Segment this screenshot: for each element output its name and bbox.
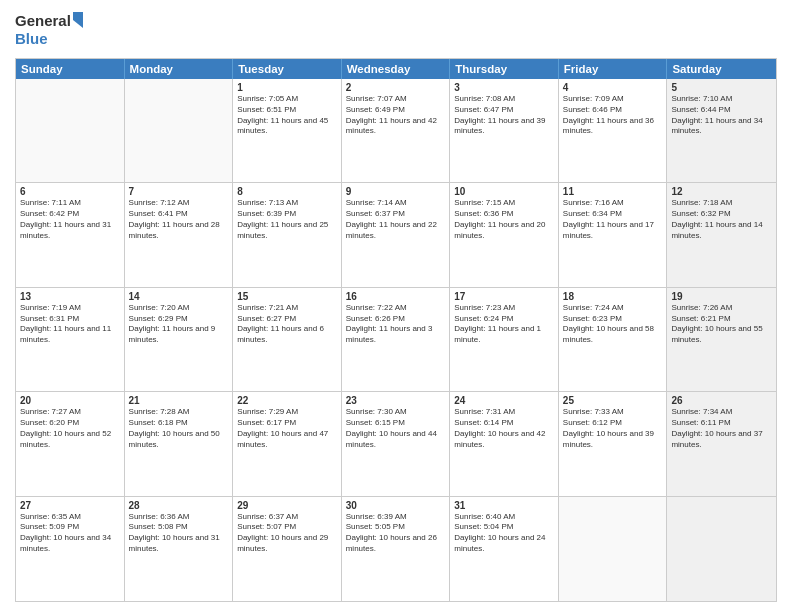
day-number-3: 3: [454, 82, 554, 93]
day-info-4: Sunrise: 7:09 AMSunset: 6:46 PMDaylight:…: [563, 94, 663, 137]
day-number-26: 26: [671, 395, 772, 406]
day-info-24: Sunrise: 7:31 AMSunset: 6:14 PMDaylight:…: [454, 407, 554, 450]
calendar-cell-3-2: 22Sunrise: 7:29 AMSunset: 6:17 PMDayligh…: [233, 392, 342, 495]
calendar-cell-3-6: 26Sunrise: 7:34 AMSunset: 6:11 PMDayligh…: [667, 392, 776, 495]
calendar-cell-2-3: 16Sunrise: 7:22 AMSunset: 6:26 PMDayligh…: [342, 288, 451, 391]
day-number-5: 5: [671, 82, 772, 93]
day-number-13: 13: [20, 291, 120, 302]
header: General Blue: [15, 10, 777, 52]
calendar-cell-2-0: 13Sunrise: 7:19 AMSunset: 6:31 PMDayligh…: [16, 288, 125, 391]
day-number-23: 23: [346, 395, 446, 406]
day-info-6: Sunrise: 7:11 AMSunset: 6:42 PMDaylight:…: [20, 198, 120, 241]
day-info-26: Sunrise: 7:34 AMSunset: 6:11 PMDaylight:…: [671, 407, 772, 450]
day-info-23: Sunrise: 7:30 AMSunset: 6:15 PMDaylight:…: [346, 407, 446, 450]
day-info-10: Sunrise: 7:15 AMSunset: 6:36 PMDaylight:…: [454, 198, 554, 241]
day-number-25: 25: [563, 395, 663, 406]
calendar-cell-2-2: 15Sunrise: 7:21 AMSunset: 6:27 PMDayligh…: [233, 288, 342, 391]
calendar-cell-4-6: [667, 497, 776, 601]
day-number-17: 17: [454, 291, 554, 302]
day-info-17: Sunrise: 7:23 AMSunset: 6:24 PMDaylight:…: [454, 303, 554, 346]
calendar-row-1: 6Sunrise: 7:11 AMSunset: 6:42 PMDaylight…: [16, 183, 776, 287]
day-info-9: Sunrise: 7:14 AMSunset: 6:37 PMDaylight:…: [346, 198, 446, 241]
day-info-11: Sunrise: 7:16 AMSunset: 6:34 PMDaylight:…: [563, 198, 663, 241]
calendar-cell-2-5: 18Sunrise: 7:24 AMSunset: 6:23 PMDayligh…: [559, 288, 668, 391]
header-sunday: Sunday: [16, 59, 125, 79]
day-number-14: 14: [129, 291, 229, 302]
calendar: SundayMondayTuesdayWednesdayThursdayFrid…: [15, 58, 777, 602]
day-info-12: Sunrise: 7:18 AMSunset: 6:32 PMDaylight:…: [671, 198, 772, 241]
day-number-15: 15: [237, 291, 337, 302]
day-number-21: 21: [129, 395, 229, 406]
calendar-cell-3-5: 25Sunrise: 7:33 AMSunset: 6:12 PMDayligh…: [559, 392, 668, 495]
calendar-cell-1-6: 12Sunrise: 7:18 AMSunset: 6:32 PMDayligh…: [667, 183, 776, 286]
calendar-cell-0-0: [16, 79, 125, 182]
day-info-13: Sunrise: 7:19 AMSunset: 6:31 PMDaylight:…: [20, 303, 120, 346]
logo: General Blue: [15, 10, 85, 52]
calendar-cell-4-1: 28Sunrise: 6:36 AMSunset: 5:08 PMDayligh…: [125, 497, 234, 601]
day-number-7: 7: [129, 186, 229, 197]
day-info-31: Sunrise: 6:40 AMSunset: 5:04 PMDaylight:…: [454, 512, 554, 555]
day-info-27: Sunrise: 6:35 AMSunset: 5:09 PMDaylight:…: [20, 512, 120, 555]
day-number-19: 19: [671, 291, 772, 302]
calendar-cell-1-5: 11Sunrise: 7:16 AMSunset: 6:34 PMDayligh…: [559, 183, 668, 286]
calendar-cell-3-3: 23Sunrise: 7:30 AMSunset: 6:15 PMDayligh…: [342, 392, 451, 495]
day-info-20: Sunrise: 7:27 AMSunset: 6:20 PMDaylight:…: [20, 407, 120, 450]
svg-text:General: General: [15, 12, 71, 29]
day-info-14: Sunrise: 7:20 AMSunset: 6:29 PMDaylight:…: [129, 303, 229, 346]
logo-svg: General Blue: [15, 10, 85, 52]
header-saturday: Saturday: [667, 59, 776, 79]
calendar-cell-3-4: 24Sunrise: 7:31 AMSunset: 6:14 PMDayligh…: [450, 392, 559, 495]
day-number-18: 18: [563, 291, 663, 302]
calendar-cell-3-1: 21Sunrise: 7:28 AMSunset: 6:18 PMDayligh…: [125, 392, 234, 495]
day-info-25: Sunrise: 7:33 AMSunset: 6:12 PMDaylight:…: [563, 407, 663, 450]
day-number-24: 24: [454, 395, 554, 406]
calendar-cell-4-4: 31Sunrise: 6:40 AMSunset: 5:04 PMDayligh…: [450, 497, 559, 601]
calendar-cell-1-3: 9Sunrise: 7:14 AMSunset: 6:37 PMDaylight…: [342, 183, 451, 286]
day-number-11: 11: [563, 186, 663, 197]
calendar-cell-4-0: 27Sunrise: 6:35 AMSunset: 5:09 PMDayligh…: [16, 497, 125, 601]
day-number-6: 6: [20, 186, 120, 197]
calendar-cell-0-6: 5Sunrise: 7:10 AMSunset: 6:44 PMDaylight…: [667, 79, 776, 182]
page: General Blue SundayMondayTuesdayWednesda…: [0, 0, 792, 612]
calendar-cell-1-2: 8Sunrise: 7:13 AMSunset: 6:39 PMDaylight…: [233, 183, 342, 286]
day-number-30: 30: [346, 500, 446, 511]
calendar-row-2: 13Sunrise: 7:19 AMSunset: 6:31 PMDayligh…: [16, 288, 776, 392]
day-info-16: Sunrise: 7:22 AMSunset: 6:26 PMDaylight:…: [346, 303, 446, 346]
day-number-9: 9: [346, 186, 446, 197]
calendar-cell-1-0: 6Sunrise: 7:11 AMSunset: 6:42 PMDaylight…: [16, 183, 125, 286]
day-info-3: Sunrise: 7:08 AMSunset: 6:47 PMDaylight:…: [454, 94, 554, 137]
day-number-10: 10: [454, 186, 554, 197]
calendar-body: 1Sunrise: 7:05 AMSunset: 6:51 PMDaylight…: [16, 79, 776, 601]
svg-text:Blue: Blue: [15, 30, 48, 47]
calendar-cell-2-4: 17Sunrise: 7:23 AMSunset: 6:24 PMDayligh…: [450, 288, 559, 391]
day-info-19: Sunrise: 7:26 AMSunset: 6:21 PMDaylight:…: [671, 303, 772, 346]
day-info-5: Sunrise: 7:10 AMSunset: 6:44 PMDaylight:…: [671, 94, 772, 137]
calendar-cell-1-1: 7Sunrise: 7:12 AMSunset: 6:41 PMDaylight…: [125, 183, 234, 286]
day-info-8: Sunrise: 7:13 AMSunset: 6:39 PMDaylight:…: [237, 198, 337, 241]
header-wednesday: Wednesday: [342, 59, 451, 79]
day-number-1: 1: [237, 82, 337, 93]
calendar-cell-4-2: 29Sunrise: 6:37 AMSunset: 5:07 PMDayligh…: [233, 497, 342, 601]
day-number-12: 12: [671, 186, 772, 197]
calendar-row-0: 1Sunrise: 7:05 AMSunset: 6:51 PMDaylight…: [16, 79, 776, 183]
calendar-cell-0-3: 2Sunrise: 7:07 AMSunset: 6:49 PMDaylight…: [342, 79, 451, 182]
day-info-1: Sunrise: 7:05 AMSunset: 6:51 PMDaylight:…: [237, 94, 337, 137]
day-number-27: 27: [20, 500, 120, 511]
calendar-cell-4-5: [559, 497, 668, 601]
calendar-cell-0-4: 3Sunrise: 7:08 AMSunset: 6:47 PMDaylight…: [450, 79, 559, 182]
day-info-15: Sunrise: 7:21 AMSunset: 6:27 PMDaylight:…: [237, 303, 337, 346]
day-info-7: Sunrise: 7:12 AMSunset: 6:41 PMDaylight:…: [129, 198, 229, 241]
calendar-cell-1-4: 10Sunrise: 7:15 AMSunset: 6:36 PMDayligh…: [450, 183, 559, 286]
calendar-cell-0-2: 1Sunrise: 7:05 AMSunset: 6:51 PMDaylight…: [233, 79, 342, 182]
header-friday: Friday: [559, 59, 668, 79]
day-number-20: 20: [20, 395, 120, 406]
day-number-16: 16: [346, 291, 446, 302]
day-info-18: Sunrise: 7:24 AMSunset: 6:23 PMDaylight:…: [563, 303, 663, 346]
day-number-29: 29: [237, 500, 337, 511]
day-info-28: Sunrise: 6:36 AMSunset: 5:08 PMDaylight:…: [129, 512, 229, 555]
day-info-30: Sunrise: 6:39 AMSunset: 5:05 PMDaylight:…: [346, 512, 446, 555]
day-info-29: Sunrise: 6:37 AMSunset: 5:07 PMDaylight:…: [237, 512, 337, 555]
day-info-21: Sunrise: 7:28 AMSunset: 6:18 PMDaylight:…: [129, 407, 229, 450]
calendar-row-4: 27Sunrise: 6:35 AMSunset: 5:09 PMDayligh…: [16, 497, 776, 601]
calendar-cell-0-1: [125, 79, 234, 182]
